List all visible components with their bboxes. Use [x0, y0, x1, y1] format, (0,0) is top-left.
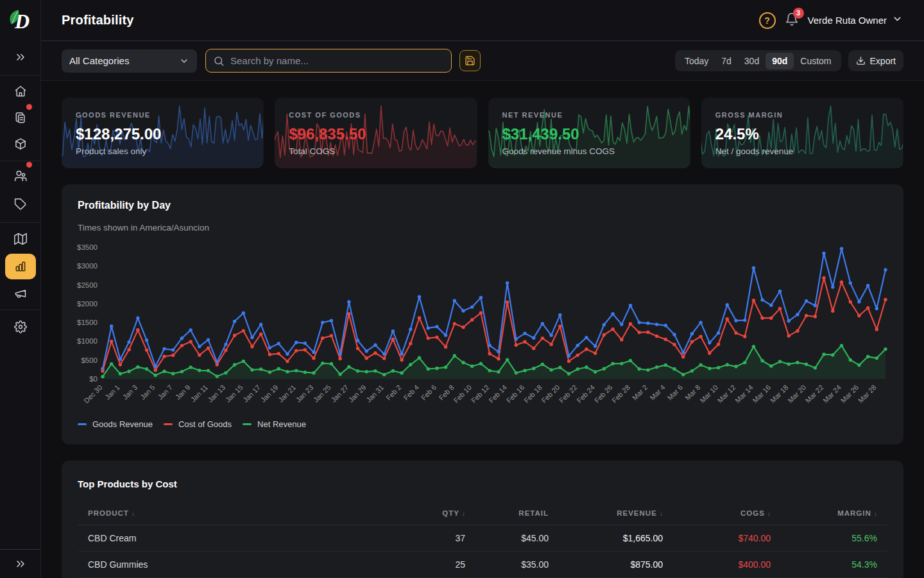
- svg-text:$2500: $2500: [77, 281, 98, 289]
- svg-text:$3500: $3500: [77, 243, 98, 251]
- svg-text:Mar 2: Mar 2: [631, 383, 649, 401]
- svg-text:Jan 11: Jan 11: [189, 383, 209, 403]
- svg-text:Mar 16: Mar 16: [751, 383, 773, 405]
- svg-text:Feb 4: Feb 4: [402, 383, 420, 401]
- svg-text:Mar 12: Mar 12: [716, 383, 737, 405]
- svg-text:Jan 5: Jan 5: [139, 383, 157, 401]
- svg-text:Dec 30: Dec 30: [82, 383, 103, 405]
- svg-text:$500: $500: [81, 356, 98, 364]
- svg-text:Jan 13: Jan 13: [206, 383, 227, 404]
- svg-text:Jan 25: Jan 25: [312, 383, 332, 404]
- svg-text:Jan 19: Jan 19: [259, 383, 280, 404]
- svg-text:Mar 24: Mar 24: [821, 383, 843, 405]
- svg-text:Jan 1: Jan 1: [103, 383, 121, 401]
- svg-text:$2000: $2000: [77, 300, 98, 308]
- svg-text:Jan 15: Jan 15: [224, 383, 244, 404]
- svg-text:Feb 16: Feb 16: [505, 383, 526, 405]
- svg-text:Feb 2: Feb 2: [384, 383, 402, 401]
- svg-text:Mar 10: Mar 10: [698, 383, 719, 405]
- svg-text:Feb 6: Feb 6: [420, 383, 438, 401]
- svg-text:$3000: $3000: [77, 262, 98, 270]
- svg-text:Mar 6: Mar 6: [666, 383, 684, 401]
- svg-text:Feb 24: Feb 24: [575, 383, 596, 405]
- svg-text:Jan 7: Jan 7: [157, 383, 175, 401]
- svg-text:Mar 4: Mar 4: [648, 383, 666, 401]
- svg-text:$1000: $1000: [77, 337, 98, 345]
- svg-text:Mar 20: Mar 20: [786, 383, 807, 405]
- svg-text:Mar 14: Mar 14: [733, 383, 755, 405]
- svg-text:Feb 14: Feb 14: [487, 383, 508, 405]
- svg-text:Jan 21: Jan 21: [277, 383, 297, 404]
- svg-text:Jan 23: Jan 23: [295, 383, 315, 404]
- svg-text:Feb 28: Feb 28: [610, 383, 631, 405]
- svg-text:Jan 27: Jan 27: [329, 383, 350, 404]
- svg-text:Feb 22: Feb 22: [558, 383, 579, 405]
- svg-text:Mar 28: Mar 28: [857, 383, 878, 405]
- svg-text:Jan 17: Jan 17: [241, 383, 262, 404]
- svg-text:Jan 3: Jan 3: [121, 383, 139, 401]
- svg-text:Feb 12: Feb 12: [470, 383, 491, 405]
- svg-text:Mar 18: Mar 18: [769, 383, 790, 405]
- svg-text:Mar 22: Mar 22: [804, 383, 825, 405]
- svg-text:$1500: $1500: [77, 319, 98, 326]
- svg-text:Feb 20: Feb 20: [540, 383, 561, 405]
- svg-text:Mar 26: Mar 26: [839, 383, 860, 405]
- svg-text:Jan 29: Jan 29: [347, 383, 368, 404]
- svg-text:$0: $0: [89, 375, 98, 383]
- svg-text:Feb 26: Feb 26: [593, 383, 614, 405]
- svg-text:Jan 31: Jan 31: [364, 383, 385, 404]
- svg-text:Feb 18: Feb 18: [522, 383, 543, 405]
- svg-text:Feb 10: Feb 10: [452, 383, 473, 405]
